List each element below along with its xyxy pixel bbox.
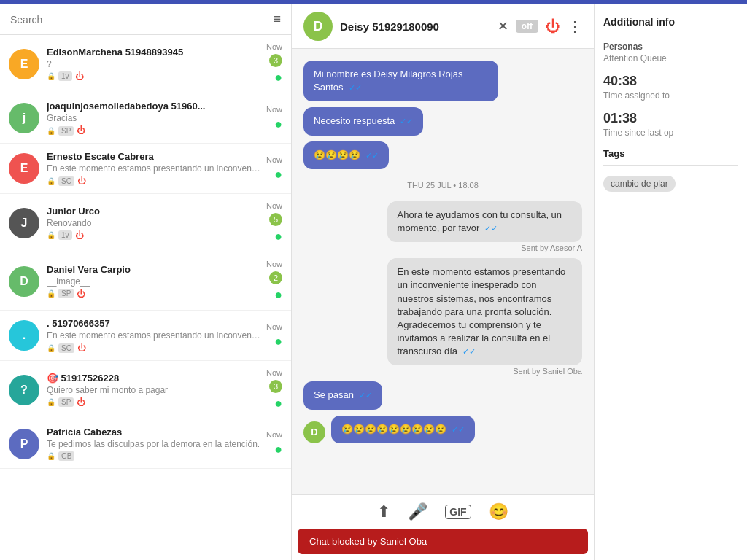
contact-meta: Now ● [266, 322, 282, 349]
avatar: E [9, 153, 39, 184]
contact-name: . 51970666357 [47, 318, 262, 329]
contact-time: Now [266, 105, 282, 114]
message-wrapper: Ahora te ayudamos con tu consulta, un mo… [303, 201, 582, 252]
power-icon: ⏻ [77, 397, 85, 408]
header-actions: ✕ off ⏻ ⋮ [498, 18, 582, 35]
avatar: j [9, 103, 39, 133]
message-bubble: Necesito respuesta ✓✓ [303, 107, 423, 135]
tag-label: 1v [58, 71, 72, 81]
tag-label: 1v [58, 230, 72, 240]
main-container: ≡ E EdisonMarchena 51948893945 ? 🔒 1v ⏻ … [0, 4, 747, 560]
avatar: P [9, 429, 39, 459]
more-options-button[interactable]: ⋮ [568, 18, 582, 35]
contact-info: Daniel Vera Carpio __image__ 🔒 SP ⏻ [47, 264, 262, 299]
filter-icon[interactable]: ≡ [273, 12, 281, 27]
avatar: D [9, 266, 39, 297]
contact-time: Now [266, 260, 282, 268]
contact-meta: Now 3 ● [266, 368, 282, 411]
middle-panel: D Deisy 51929180090 ✕ off ⏻ ⋮ Mi nombre … [292, 4, 594, 560]
power-button[interactable]: ⏻ [546, 18, 560, 35]
contact-time: Now [266, 430, 282, 439]
avatar: ? [9, 375, 39, 405]
time-assigned-value: 40:38 [603, 74, 738, 89]
tag-label: SO [58, 343, 74, 353]
message-wrapper: Mi nombre es Deisy Milagros Rojas Santos… [303, 61, 582, 101]
power-icon: ⏻ [77, 289, 85, 299]
contact-item[interactable]: . . 51970666357 En este momento estamos … [0, 311, 291, 361]
message-wrapper: 😢😢😢😢 ✓✓ [303, 141, 582, 169]
personas-section: Personas Attention Queue [603, 42, 738, 63]
close-button[interactable]: ✕ [498, 18, 508, 34]
contact-tags: 🔒 SO ⏻ [47, 343, 262, 353]
lock-icon: 🔒 [47, 177, 55, 185]
upload-button[interactable]: ⬆ [377, 502, 390, 521]
lock-icon: 🔒 [47, 231, 55, 239]
contact-tags: 🔒 1v ⏻ [47, 230, 262, 241]
contact-name: joaquinjosemolledabedoya 51960... [47, 101, 262, 112]
gif-button[interactable]: GIF [445, 505, 471, 519]
mic-button[interactable]: 🎤 [408, 502, 427, 521]
power-icon: ⏻ [77, 176, 86, 186]
contact-tags: 🔒 SO ⏻ [47, 176, 262, 186]
time-last-value: 01:38 [603, 111, 738, 126]
whatsapp-icon: ● [274, 287, 282, 303]
message-wrapper: En este momento estamos presentando un i… [303, 258, 582, 376]
contact-preview: Te pedimos las disculpas por la demora e… [47, 439, 262, 449]
contact-name: EdisonMarchena 51948893945 [47, 47, 262, 58]
avatar: E [9, 49, 39, 79]
contact-info: Patricia Cabezas Te pedimos las disculpa… [47, 427, 262, 461]
lock-icon: 🔒 [47, 344, 55, 352]
whatsapp-icon: ● [274, 167, 282, 182]
right-panel: Additional info Personas Attention Queue… [594, 4, 747, 560]
lock-icon: 🔒 [47, 127, 55, 135]
contact-preview: Gracias [47, 113, 262, 123]
sender-avatar: D [303, 421, 325, 443]
tag-label: SP [58, 289, 74, 298]
avatar: J [9, 208, 39, 238]
right-panel-title: Additional info [603, 16, 738, 34]
message-bubble: Ahora te ayudamos con tu consulta, un mo… [387, 201, 582, 242]
sent-by-label: Sent by Saniel Oba [513, 367, 582, 376]
contact-info: joaquinjosemolledabedoya 51960... Gracia… [47, 101, 262, 136]
contact-meta: Now 2 ● [266, 260, 282, 303]
contact-list: E EdisonMarchena 51948893945 ? 🔒 1v ⏻ No… [0, 35, 291, 560]
message-row: Se pasan ✓✓ [303, 381, 582, 409]
contact-name: Daniel Vera Carpio [47, 264, 262, 275]
contact-time: Now [266, 322, 282, 331]
date-divider: THU 25 JUL • 18:08 [303, 181, 582, 190]
contact-item[interactable]: j joaquinjosemolledabedoya 51960... Grac… [0, 93, 291, 144]
contact-meta: Now ● [266, 155, 282, 182]
contact-meta: Now 3 ● [266, 42, 282, 85]
contact-item[interactable]: P Patricia Cabezas Te pedimos las discul… [0, 419, 291, 469]
power-icon: ⏻ [75, 230, 84, 241]
contact-item[interactable]: ? 🎯 51917526228 Quiero saber mi monto a … [0, 361, 291, 419]
contact-item[interactable]: J Junior Urco Renovando 🔒 1v ⏻ Now 5 ● [0, 194, 291, 252]
contact-time: Now [266, 155, 282, 164]
tag-label: SP [58, 397, 74, 407]
contact-tags: 🔒 GB [47, 451, 262, 461]
contact-name: Patricia Cabezas [47, 427, 262, 438]
message-wrapper: Se pasan ✓✓ [303, 381, 582, 409]
whatsapp-icon: ● [274, 70, 282, 85]
message-row: D😢😢😢😢😢😢😢😢😢 ✓✓ [303, 416, 582, 443]
contact-item[interactable]: E EdisonMarchena 51948893945 ? 🔒 1v ⏻ No… [0, 35, 291, 93]
tags-container: cambio de plar [603, 171, 738, 192]
contact-item[interactable]: D Daniel Vera Carpio __image__ 🔒 SP ⏻ No… [0, 252, 291, 311]
contact-info: . 51970666357 En este momento estamos pr… [47, 318, 262, 353]
contact-item[interactable]: E Ernesto Escate Cabrera En este momento… [0, 144, 291, 194]
message-bubble: 😢😢😢😢 ✓✓ [303, 141, 389, 169]
emoji-button[interactable]: 😊 [489, 502, 508, 521]
chat-icons-row: ⬆ 🎤 GIF 😊 [292, 495, 594, 526]
contact-tags: 🔒 SP ⏻ [47, 397, 262, 408]
message-bubble: Se pasan ✓✓ [303, 381, 382, 409]
time-last-label: Time since last op [603, 128, 738, 138]
chat-avatar: D [303, 12, 333, 41]
contact-meta: Now ● [266, 430, 282, 457]
tags-title: Tags [603, 148, 738, 166]
contact-tags: 🔒 SP ⏻ [47, 125, 262, 136]
contact-time: Now [266, 368, 282, 377]
sent-by-label: Sent by Asesor A [521, 244, 582, 252]
avatar: . [9, 320, 39, 351]
off-button[interactable]: off [516, 20, 538, 33]
search-input[interactable] [10, 14, 273, 26]
